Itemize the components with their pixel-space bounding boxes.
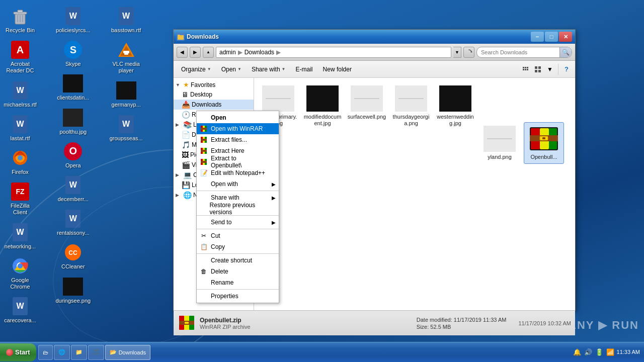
file-name-thursdaygeorgia: thursdaygeorgia.png <box>391 114 431 127</box>
email-button[interactable]: E-mail <box>291 63 317 76</box>
ctx-send-to[interactable]: Send to ▶ <box>197 217 279 228</box>
desktop-icon-duringsee[interactable]: duringsee.png <box>55 275 91 306</box>
open-button[interactable]: Open ▼ <box>217 63 246 76</box>
ctx-restore[interactable]: Restore previous versions <box>197 203 279 214</box>
libraries-icon: 📚 <box>183 121 192 129</box>
ctx-copy[interactable]: 📋 Copy <box>197 241 279 252</box>
share-with-arrow: ▼ <box>282 67 286 71</box>
desktop-icon-basstown[interactable]: W basstown.rtf <box>108 4 144 36</box>
sidebar-desktop[interactable]: 🖥 Desktop <box>174 89 254 100</box>
videos-icon: 🎬 <box>182 161 190 169</box>
close-button[interactable]: ✕ <box>559 32 572 42</box>
ctx-create-shortcut[interactable]: Create shortcut <box>197 255 279 266</box>
music-icon: 🎵 <box>182 141 190 149</box>
view-toggle-button[interactable] <box>532 64 543 75</box>
search-input[interactable] <box>477 49 559 55</box>
ctx-properties-icon <box>200 292 208 300</box>
organize-button[interactable]: Organize ▼ <box>177 63 216 76</box>
maximize-button[interactable]: □ <box>545 32 558 42</box>
desktop-icon-ccleaner[interactable]: CC CCleaner <box>55 240 91 272</box>
desktop-icon-recycle-bin[interactable]: Recycle Bin <box>2 4 38 36</box>
desktop-icon-clientsdatin[interactable]: clientsdatin... <box>55 71 91 103</box>
desktop-icon-carecovera[interactable]: W carecovera... <box>2 294 38 326</box>
desktop-icon-firefox[interactable]: Firefox <box>2 146 38 177</box>
opera-label: Opera <box>65 162 81 169</box>
ctx-cut[interactable]: ✂ Cut <box>197 230 279 241</box>
path-dropdown-button[interactable]: ▼ <box>453 47 461 58</box>
view-options-button[interactable] <box>520 64 531 75</box>
taskbar-item-media[interactable]: 🎵 <box>88 345 104 360</box>
ctx-edit-notepad-label: Edit with Notepad++ <box>211 169 265 176</box>
ctx-delete-icon: 🗑 <box>200 267 208 276</box>
desktop-icon-policieslyr[interactable]: W policieslyrcs... <box>55 4 91 36</box>
organize-arrow: ▼ <box>207 67 211 71</box>
favorites-star-icon: ★ <box>183 81 189 88</box>
recent-places-icon: 🕐 <box>182 111 190 119</box>
ctx-rename[interactable]: Rename <box>197 277 279 288</box>
file-westernwedding[interactable]: westernwedding.jpg <box>435 82 475 164</box>
forward-button[interactable]: ▶ <box>190 47 201 58</box>
search-button[interactable]: 🔍 <box>559 47 572 58</box>
ctx-restore-icon <box>200 205 207 213</box>
ctx-extract-files[interactable]: Extract files... <box>197 134 279 145</box>
svg-rect-49 <box>201 139 207 141</box>
path-sep: ▶ <box>238 49 243 56</box>
desktop-icon-networking[interactable]: W networking... <box>2 220 38 252</box>
tray-battery-icon[interactable]: 🔋 <box>595 348 604 357</box>
tray-volume-icon[interactable]: 🔊 <box>584 348 593 357</box>
ctx-delete[interactable]: 🗑 Delete <box>197 266 279 277</box>
desktop-icon-opera[interactable]: O Opera <box>55 139 91 171</box>
desktop-icon-vlc[interactable]: VLC media player <box>108 38 144 76</box>
minimize-button[interactable]: − <box>531 32 544 42</box>
desktop-icon-chrome[interactable]: Google Chrome <box>2 254 38 292</box>
desktop-icon-decemberr[interactable]: W decemberr... <box>55 173 91 205</box>
start-button[interactable]: Start <box>0 343 36 361</box>
up-button[interactable]: ▲ <box>203 47 214 58</box>
file-openbullet[interactable]: Openbull... <box>524 122 564 164</box>
desktop-icon-groupsseas[interactable]: W groupsseas... <box>108 112 144 144</box>
sidebar-favorites-header[interactable]: ▼ ★ Favorites <box>174 80 254 89</box>
ctx-edit-notepad[interactable]: 📝 Edit with Notepad++ <box>197 167 279 178</box>
back-button[interactable]: ◀ <box>177 47 188 58</box>
ctx-open-with[interactable]: Open with ▶ <box>197 178 279 190</box>
view-dropdown-button[interactable]: ▼ <box>544 64 555 75</box>
ctx-properties[interactable]: Properties <box>197 291 279 302</box>
tray-network-icon[interactable]: 🔔 <box>573 348 582 357</box>
new-folder-button[interactable]: New folder <box>318 63 356 76</box>
vlc-label: VLC media player <box>110 61 142 74</box>
share-with-button[interactable]: Share with ▼ <box>247 63 290 76</box>
path-sep2: ▶ <box>276 49 281 56</box>
sidebar-downloads[interactable]: 📥 Downloads <box>174 100 254 110</box>
help-button[interactable]: ? <box>561 64 572 75</box>
desktop-icon-michaelrss[interactable]: W michaelrss.rtf <box>2 78 38 110</box>
taskbar-item-explorer[interactable]: 🗁 <box>38 345 53 360</box>
recycle-bin-icon <box>10 6 30 26</box>
taskbar-item-ie[interactable]: 🌐 <box>54 345 70 360</box>
file-thursdaygeorgia[interactable]: thursdaygeorgia.png <box>391 82 431 164</box>
open-arrow: ▼ <box>237 67 242 71</box>
michaelrss-label: michaelrss.rtf <box>4 102 36 108</box>
address-bar[interactable]: admin ▶ Downloads ▶ <box>216 47 451 58</box>
file-yland[interactable]: yland.png <box>479 122 520 164</box>
file-surfacewell[interactable]: surfacewell.png <box>347 82 387 164</box>
networking-label: networking... <box>5 243 36 250</box>
tray-wifi-icon[interactable]: 📶 <box>606 348 615 357</box>
path-admin: admin <box>219 49 236 56</box>
desktop-icon-filezilla[interactable]: FZ FileZilla Client <box>2 179 38 218</box>
desktop-icon-poolthu[interactable]: poolthu.jpg <box>55 106 91 137</box>
ctx-open-winrar[interactable]: Open with WinRAR <box>197 123 279 134</box>
desktop-icon-rentalssony[interactable]: W rentalssony... <box>55 207 91 238</box>
ctx-properties-label: Properties <box>211 293 238 300</box>
desktop-icon-skype[interactable]: S Skype <box>55 38 91 69</box>
desktop-icon-lastat[interactable]: W lastat.rtf <box>2 112 38 144</box>
ctx-open[interactable]: Open <box>197 112 279 123</box>
ctx-extract-to[interactable]: Extract to Openbullet\ <box>197 156 279 167</box>
search-box[interactable]: 🔍 <box>476 47 572 58</box>
desktop-icon-acrobat[interactable]: A Acrobat Reader DC <box>2 38 38 76</box>
svg-rect-21 <box>525 67 526 68</box>
desktop-icon-germanyp[interactable]: germanyp... <box>108 78 144 110</box>
taskbar-active-window[interactable]: 📂 Downloads <box>105 345 150 360</box>
taskbar-item-folder[interactable]: 📁 <box>71 345 87 360</box>
file-modifieddocument[interactable]: modifieddocument.jpg <box>302 82 343 164</box>
refresh-button[interactable] <box>463 47 474 58</box>
